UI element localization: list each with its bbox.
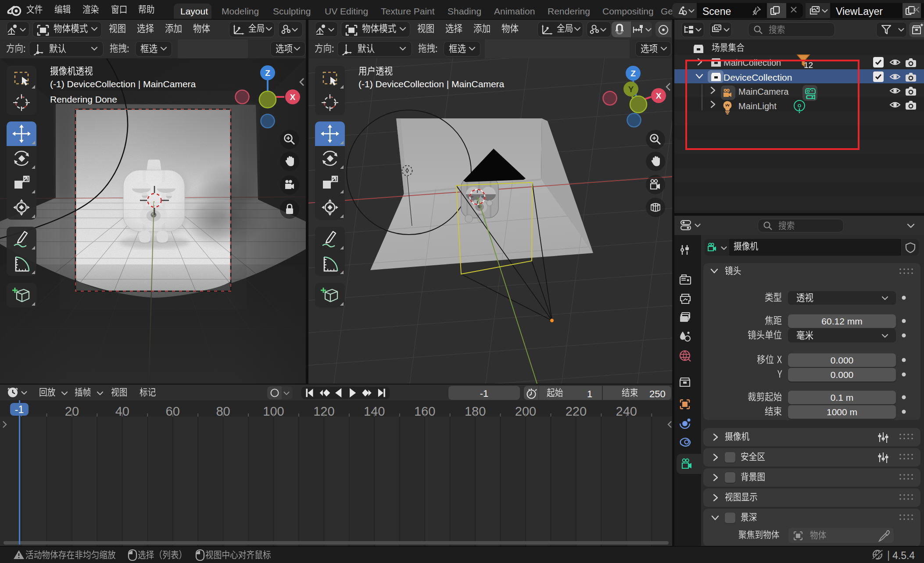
svg-text:Y: Y [628,85,634,94]
svg-text:Z: Z [265,68,270,78]
svg-text:X: X [656,91,662,100]
svg-text:X: X [290,93,296,102]
svg-text:Z: Z [630,69,636,78]
